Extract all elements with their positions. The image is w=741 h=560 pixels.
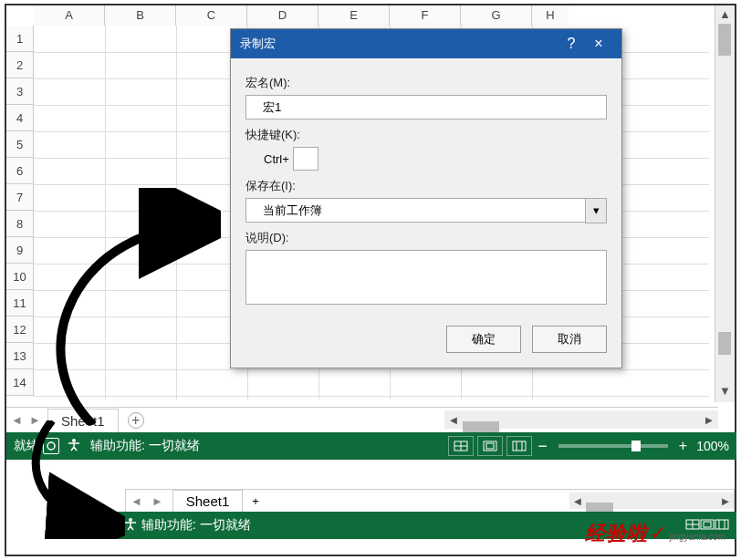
record-macro-dialog: 录制宏 ? × 宏名(M): 快捷键(K): Ctrl+ 保存在(I): ▾ 说… <box>230 28 622 368</box>
horizontal-scrollbar[interactable]: ◄ ► <box>444 410 718 429</box>
shortcut-label: 快捷键(K): <box>245 127 607 143</box>
zoom-out-button[interactable]: − <box>537 437 548 456</box>
zoom-value[interactable]: 100% <box>696 439 729 453</box>
zoom-in-button[interactable]: + <box>679 438 687 454</box>
dialog-close-button[interactable]: × <box>585 36 612 52</box>
col-F[interactable]: F <box>390 5 461 26</box>
ok-button[interactable]: 确定 <box>446 326 521 353</box>
row-11[interactable]: 11 <box>6 290 34 316</box>
row-3[interactable]: 3 <box>6 78 34 105</box>
status-ready: 就绪 <box>14 438 39 454</box>
sheet-tab-bar-2: ◄ ► Sheet1 + ◄ ► <box>125 489 735 513</box>
row-12[interactable]: 12 <box>6 316 34 343</box>
scroll-thumb[interactable] <box>718 24 731 56</box>
row-1[interactable]: 1 <box>6 26 34 52</box>
col-C[interactable]: C <box>176 5 247 26</box>
watermark-text: 经验啦 <box>585 520 648 547</box>
sheet-tab[interactable]: Sheet1 <box>47 409 119 432</box>
accessibility-icon-2[interactable] <box>123 517 138 534</box>
accessibility-label: 辅助功能: 一切就绪 <box>90 438 200 454</box>
svg-rect-6 <box>486 443 494 449</box>
col-D[interactable]: D <box>247 5 318 26</box>
row-2[interactable]: 2 <box>6 52 34 78</box>
row-8[interactable]: 8 <box>6 211 34 237</box>
tab-nav-prev-icon[interactable]: ◄ <box>6 413 25 427</box>
watermark-url: jingyanla.com <box>670 532 725 542</box>
watermark-check-icon: ✓ <box>650 522 666 545</box>
row-5[interactable]: 5 <box>6 131 34 158</box>
scroll-thumb-2[interactable] <box>718 332 731 355</box>
row-4[interactable]: 4 <box>6 105 34 131</box>
view-normal-icon[interactable] <box>448 436 474 456</box>
dialog-help-button[interactable]: ? <box>558 36 585 52</box>
row-14[interactable]: 14 <box>6 369 34 396</box>
tab-nav-next-icon[interactable]: ► <box>25 413 43 427</box>
macro-name-label: 宏名(M): <box>245 75 607 91</box>
col-A[interactable]: A <box>34 5 105 26</box>
zoom-knob[interactable] <box>631 441 641 451</box>
shortcut-key-input[interactable] <box>293 147 318 171</box>
accessibility-label-2: 辅助功能: 一切就绪 <box>141 517 251 534</box>
tab-nav-prev-icon-2[interactable]: ◄ <box>126 494 147 508</box>
tab-nav-next-icon-2[interactable]: ► <box>147 494 168 508</box>
horizontal-scrollbar-2[interactable]: ◄ ► <box>569 493 734 509</box>
stop-recording-icon[interactable] <box>99 518 114 533</box>
row-6[interactable]: 6 <box>6 158 34 184</box>
sheet-tab-bar: ◄ ► Sheet1 + ◄ ► <box>6 407 718 432</box>
macro-name-input[interactable] <box>245 95 607 119</box>
svg-rect-7 <box>513 441 526 451</box>
row-13[interactable]: 13 <box>6 343 34 369</box>
col-G[interactable]: G <box>461 5 532 26</box>
col-E[interactable]: E <box>318 5 390 26</box>
dialog-titlebar[interactable]: 录制宏 ? × <box>231 29 621 58</box>
sheet-tab-2[interactable]: Sheet1 <box>172 490 244 513</box>
row-headers: 1 2 3 4 5 6 7 8 9 10 11 12 13 14 <box>6 26 34 396</box>
svg-point-0 <box>47 442 55 450</box>
view-page-layout-icon[interactable] <box>477 436 503 456</box>
scroll-track[interactable] <box>715 24 735 382</box>
dialog-title: 录制宏 <box>240 36 276 52</box>
column-headers: A B C D E F G H <box>34 5 569 26</box>
accessibility-icon[interactable] <box>67 438 81 455</box>
description-input[interactable] <box>245 250 607 305</box>
view-page-break-icon[interactable] <box>506 436 532 456</box>
scroll-up-icon[interactable]: ▲ <box>715 5 735 24</box>
record-macro-icon[interactable] <box>43 438 59 454</box>
svg-point-10 <box>129 518 132 522</box>
hscroll-right-icon[interactable]: ► <box>700 413 718 427</box>
add-sheet-button[interactable]: + <box>128 412 144 429</box>
cancel-button[interactable]: 取消 <box>532 326 607 353</box>
scroll-down-icon[interactable]: ▼ <box>715 382 735 400</box>
save-in-select[interactable] <box>245 198 607 223</box>
zoom-slider[interactable] <box>558 444 668 448</box>
description-label: 说明(D): <box>245 230 607 246</box>
add-sheet-button-2[interactable]: + <box>252 494 259 508</box>
dropdown-caret-icon[interactable]: ▾ <box>585 198 607 223</box>
row-10[interactable]: 10 <box>6 264 34 290</box>
col-H[interactable]: H <box>532 5 569 26</box>
ctrl-prefix: Ctrl+ <box>264 152 289 166</box>
status-bar: 就绪 辅助功能: 一切就绪 − + 100% <box>6 432 736 460</box>
svg-point-1 <box>72 439 76 442</box>
vertical-scrollbar[interactable]: ▲ ▼ <box>715 5 735 402</box>
watermark: 经验啦 ✓ jingyanla.com <box>585 520 725 547</box>
row-9[interactable]: 9 <box>6 237 34 264</box>
col-B[interactable]: B <box>105 5 176 26</box>
hscroll-left-icon[interactable]: ◄ <box>444 413 463 427</box>
save-in-label: 保存在(I): <box>245 178 607 194</box>
row-7[interactable]: 7 <box>6 184 34 211</box>
